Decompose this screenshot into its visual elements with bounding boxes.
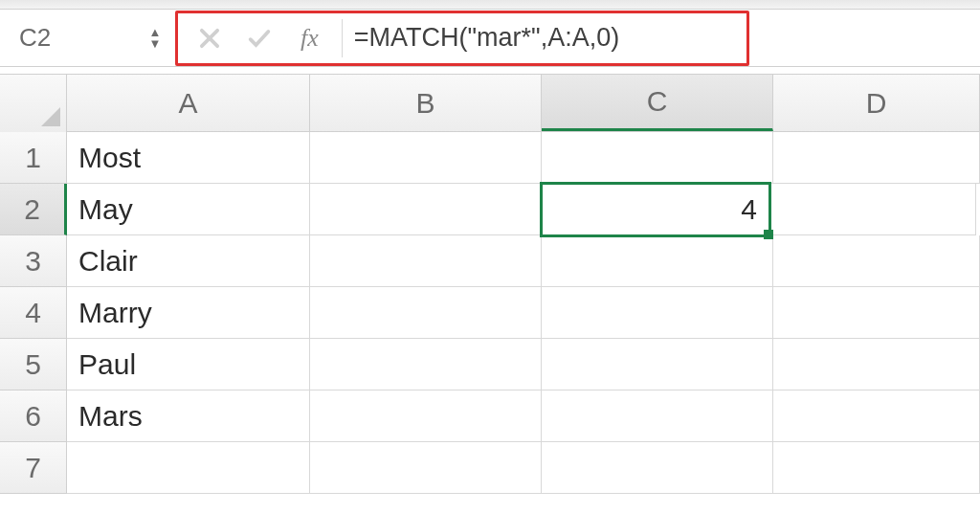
cell-b7[interactable] <box>310 442 542 494</box>
cell-b1[interactable] <box>310 132 542 184</box>
cell-a6[interactable]: Mars <box>67 390 310 442</box>
formula-input[interactable] <box>343 23 746 53</box>
cell-d5[interactable] <box>773 339 980 390</box>
cell-c7[interactable] <box>542 442 773 494</box>
cell-c4[interactable] <box>542 287 773 339</box>
row-4: 4 Marry <box>0 287 980 339</box>
cell-b2[interactable] <box>310 184 542 235</box>
spinner-up-icon[interactable]: ▲ <box>149 28 162 37</box>
cell-c1[interactable] <box>542 132 773 184</box>
cell-a7[interactable] <box>67 442 310 494</box>
formula-bar: C2 ▲ ▼ fx <box>0 10 980 67</box>
cancel-formula-button[interactable] <box>195 24 224 53</box>
cell-c2[interactable]: 4 <box>540 182 771 237</box>
cell-d6[interactable] <box>773 390 980 442</box>
row-header-3[interactable]: 3 <box>0 235 67 287</box>
row-header-5[interactable]: 5 <box>0 339 67 390</box>
cell-a1[interactable]: Most <box>67 132 310 184</box>
row-header-7[interactable]: 7 <box>0 442 67 494</box>
insert-function-button[interactable]: fx <box>295 24 324 53</box>
cell-a4[interactable]: Marry <box>67 287 310 339</box>
row-1: 1 Most <box>0 132 980 184</box>
cell-a3[interactable]: Clair <box>67 235 310 287</box>
cell-d4[interactable] <box>773 287 980 339</box>
cell-b6[interactable] <box>310 390 542 442</box>
cell-c3[interactable] <box>542 235 773 287</box>
row-5: 5 Paul <box>0 339 980 390</box>
row-header-4[interactable]: 4 <box>0 287 67 339</box>
cell-d2[interactable] <box>769 184 976 235</box>
cell-d1[interactable] <box>773 132 980 184</box>
column-header-b[interactable]: B <box>310 75 542 131</box>
row-2: 2 May 4 <box>0 184 980 235</box>
name-box-spinner[interactable]: ▲ ▼ <box>145 28 166 49</box>
column-header-a[interactable]: A <box>67 75 310 131</box>
row-header-6[interactable]: 6 <box>0 390 67 442</box>
row-6: 6 Mars <box>0 390 980 442</box>
name-box[interactable]: C2 <box>6 17 145 59</box>
check-icon <box>246 25 273 52</box>
row-header-2[interactable]: 2 <box>0 184 67 235</box>
cell-c5[interactable] <box>542 339 773 390</box>
row-3: 3 Clair <box>0 235 980 287</box>
cell-d7[interactable] <box>773 442 980 494</box>
cell-b4[interactable] <box>310 287 542 339</box>
confirm-formula-button[interactable] <box>245 24 274 53</box>
cell-c6[interactable] <box>542 390 773 442</box>
column-header-d[interactable]: D <box>773 75 980 131</box>
column-header-c[interactable]: C <box>542 75 773 131</box>
cell-b5[interactable] <box>310 339 542 390</box>
spinner-down-icon[interactable]: ▼ <box>149 39 162 49</box>
close-icon <box>196 25 223 52</box>
select-all-corner[interactable] <box>0 75 67 132</box>
cell-b3[interactable] <box>310 235 542 287</box>
formula-box: fx <box>175 11 749 66</box>
cell-d3[interactable] <box>773 235 980 287</box>
cell-a5[interactable]: Paul <box>67 339 310 390</box>
row-7: 7 <box>0 442 980 494</box>
spreadsheet-grid[interactable]: A B C D 1 Most 2 May 4 3 Clair 4 Marry 5… <box>0 75 980 494</box>
cell-a2[interactable]: May <box>67 184 310 235</box>
column-headers: A B C D <box>0 75 980 132</box>
row-header-1[interactable]: 1 <box>0 132 67 184</box>
